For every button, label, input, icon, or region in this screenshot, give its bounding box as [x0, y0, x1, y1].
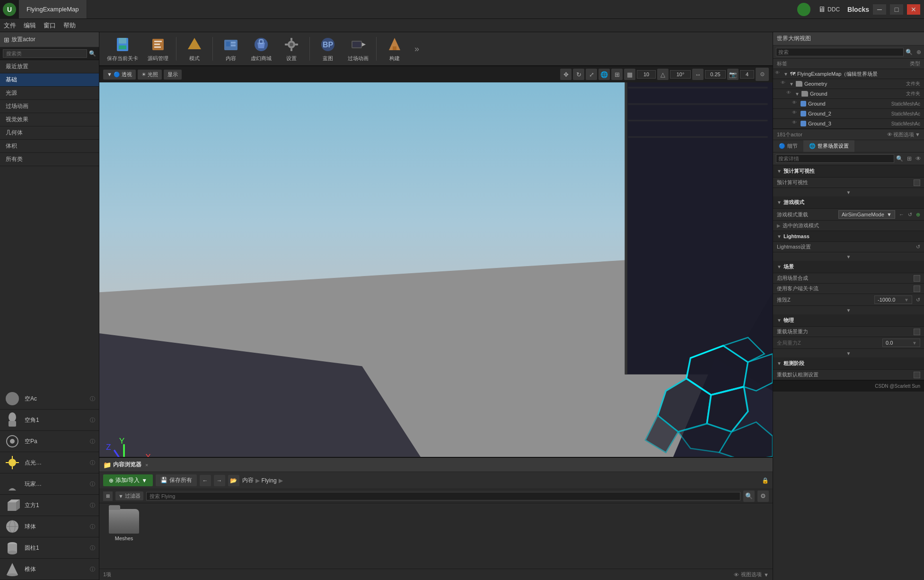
actor-item-cube[interactable]: 立方1 ⓘ	[0, 495, 99, 516]
world-tool[interactable]: 🌐	[598, 69, 610, 80]
details-grid-icon[interactable]: ⊞	[907, 155, 912, 162]
map-tab[interactable]: FlyingExampleMap	[19, 0, 87, 18]
section-precomputed[interactable]: ▼ 预计算可视性	[773, 165, 924, 178]
toolbar-source[interactable]: 源码管理	[144, 34, 172, 64]
lod-checkbox[interactable]	[914, 372, 920, 378]
cb-path-content[interactable]: 内容	[242, 476, 254, 484]
toolbar-cinematic[interactable]: 过场动画	[344, 34, 372, 64]
grid-tool[interactable]: ▦	[624, 69, 635, 80]
details-options-icon[interactable]: 👁	[915, 155, 921, 162]
cb-lock-icon[interactable]: 🔒	[762, 477, 769, 484]
gamemode-reset-icon[interactable]: ↺	[908, 212, 912, 218]
cb-options-icon[interactable]: ⚙	[757, 491, 769, 502]
compositing-checkbox[interactable]	[914, 275, 920, 282]
toolbar-more[interactable]: »	[411, 42, 423, 56]
snap-tool[interactable]: ⊞	[611, 69, 623, 80]
actor-cylinder-info[interactable]: ⓘ	[90, 544, 95, 552]
gamemode-add-icon[interactable]: ⊕	[916, 212, 920, 218]
category-basic[interactable]: 基础	[0, 73, 99, 87]
actor-item-cylinder[interactable]: 圆柱1 ⓘ	[0, 537, 99, 559]
actor-item-player[interactable]: 玩家… ⓘ	[0, 473, 99, 495]
actor-search-input[interactable]	[3, 49, 87, 58]
toolbar-content[interactable]: 内容	[217, 34, 245, 64]
rotate-tool[interactable]: ↻	[573, 69, 584, 80]
actor-sphere-info[interactable]: ⓘ	[90, 523, 95, 530]
category-all[interactable]: 所有类	[0, 153, 99, 166]
gamemode-arrow-icon[interactable]: ←	[899, 212, 904, 217]
section-lightmass[interactable]: ▼ Lightmass	[773, 231, 924, 242]
actor-item-pointlight[interactable]: 点光… ⓘ	[0, 452, 99, 473]
cb-view-options[interactable]: 👁 视图选项 ▼	[734, 571, 769, 578]
outliner-ground-mesh[interactable]: 👁 Ground StaticMeshAc	[773, 99, 924, 109]
actor-camera-info[interactable]: ⓘ	[90, 417, 95, 424]
view-selection-button[interactable]: 👁 视图选项 ▼	[887, 131, 920, 138]
outliner-search-input[interactable]	[776, 48, 904, 56]
cb-filter-icon[interactable]: ⊞	[103, 491, 113, 501]
outliner-ground3-mesh[interactable]: 👁 Ground_3 StaticMeshAc	[773, 119, 924, 129]
toolbar-marketplace[interactable]: 虚幻商城	[247, 34, 275, 64]
category-light[interactable]: 光源	[0, 87, 99, 100]
minimize-button[interactable]: ─	[873, 4, 886, 15]
close-button[interactable]: ✕	[907, 4, 920, 15]
global-gravity-input[interactable]: 0.0 ▼	[882, 339, 920, 347]
menu-help[interactable]: 帮助	[63, 21, 76, 30]
streaming-checkbox[interactable]	[914, 286, 920, 292]
scale-tool[interactable]: ⤢	[586, 69, 597, 80]
actor-item-cone[interactable]: 椎体 ⓘ	[0, 559, 99, 580]
section-gamemode[interactable]: ▼ 游戏模式	[773, 196, 924, 209]
category-cinematic[interactable]: 过场动画	[0, 100, 99, 113]
scale-input[interactable]	[705, 70, 726, 79]
maximize-button[interactable]: □	[890, 4, 903, 15]
toolbar-mode[interactable]: 模式	[180, 34, 209, 64]
category-visual[interactable]: 视觉效果	[0, 113, 99, 126]
grid-size-input[interactable]	[637, 70, 656, 79]
translate-tool[interactable]: ✥	[560, 69, 572, 80]
tab-details[interactable]: 🔵 细节	[773, 140, 803, 152]
actor-cube-info[interactable]: ⓘ	[90, 502, 95, 509]
cb-back-button[interactable]: ←	[200, 475, 211, 486]
vp-show-dropdown[interactable]: 显示	[164, 70, 182, 80]
category-volume[interactable]: 体积	[0, 140, 99, 153]
precomputed-expand[interactable]: ▼	[773, 188, 924, 196]
viewport-settings[interactable]: ⚙	[756, 68, 769, 81]
vp-lighting-dropdown[interactable]: ☀ 光照	[138, 70, 162, 80]
lightmass-refresh-icon[interactable]: ↺	[916, 244, 920, 250]
vp-perspective-dropdown[interactable]: ▼ 🔵 透视	[103, 70, 136, 80]
cb-filter-dropdown[interactable]: ▼ 过滤器	[115, 491, 143, 500]
gravity-checkbox[interactable]	[914, 329, 920, 335]
killz-reset-icon[interactable]: ↺	[916, 297, 920, 303]
outliner-add-icon[interactable]: ⊕	[916, 49, 921, 55]
folder-meshes[interactable]: Meshes	[105, 509, 143, 563]
cb-forward-button[interactable]: →	[214, 475, 225, 486]
category-geometry[interactable]: 几何体	[0, 126, 99, 140]
section-lod[interactable]: ▼ 粗测阶段	[773, 357, 924, 370]
actor-particle-info[interactable]: ⓘ	[90, 438, 95, 445]
category-recent[interactable]: 最近放置	[0, 60, 99, 73]
cb-search-input[interactable]	[146, 492, 740, 500]
toolbar-settings[interactable]: 设置	[277, 34, 306, 64]
outliner-ground-folder[interactable]: 👁 ▼ Ground 文件夹	[773, 89, 924, 99]
outliner-search-icon[interactable]: 🔍	[906, 49, 913, 55]
killz-input[interactable]: -1000.0 ▼	[874, 295, 912, 304]
toolbar-save[interactable]: 保存当前关卡	[103, 34, 142, 64]
outliner-geometry-folder[interactable]: 👁 ▼ Geometry 文件夹	[773, 79, 924, 89]
scene-expand[interactable]: ▼	[773, 306, 924, 314]
tab-world-settings[interactable]: 🌐 世界场景设置	[803, 140, 854, 152]
toolbar-blueprint[interactable]: BP 蓝图	[314, 34, 342, 64]
details-search-input[interactable]	[776, 154, 894, 163]
actor-item-particle[interactable]: 空Pa ⓘ	[0, 431, 99, 452]
menu-window[interactable]: 窗口	[44, 21, 56, 30]
actor-pointlight-info[interactable]: ⓘ	[90, 459, 95, 466]
actor-emptyac-info[interactable]: ⓘ	[90, 395, 95, 402]
camera-speed-icon[interactable]: 📷	[727, 69, 739, 80]
toolbar-build[interactable]: 构建	[380, 34, 409, 64]
details-search-icon[interactable]: 🔍	[896, 155, 903, 162]
gamemode-dropdown[interactable]: AirSimGameMode ▼	[838, 210, 895, 219]
cb-save-button[interactable]: 💾 保存所有	[156, 474, 196, 486]
cb-search-icon[interactable]: 🔍	[743, 491, 755, 502]
cb-add-button[interactable]: ⊕ 添加/导入 ▼	[103, 474, 153, 486]
actor-item-emptyac[interactable]: 空Ac ⓘ	[0, 388, 99, 410]
outliner-ground2-mesh[interactable]: 👁 Ground_2 StaticMeshAc	[773, 109, 924, 119]
cb-folder-button[interactable]: 📂	[228, 475, 239, 486]
level-input[interactable]	[740, 70, 754, 79]
